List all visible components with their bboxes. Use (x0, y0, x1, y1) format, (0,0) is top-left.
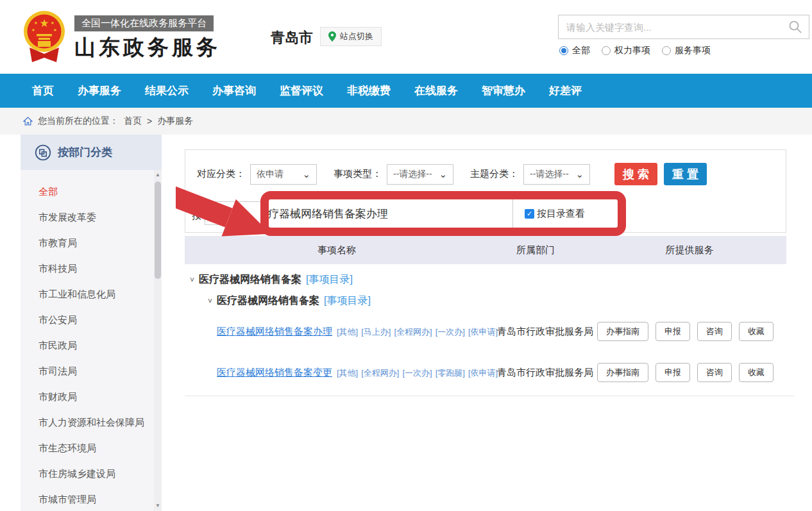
department-name: 青岛市行政审批服务局 (497, 326, 597, 338)
service-tag: [全程网办] (361, 367, 399, 379)
sidebar-header: 按部门分类 (21, 135, 162, 170)
sidebar-item[interactable]: 市住房城乡建设局 (38, 461, 162, 487)
tree-label: 医疗器械网络销售备案 (199, 273, 301, 287)
radio-label: 服务事项 (675, 45, 711, 56)
scroll-down-icon[interactable]: ▼ (154, 502, 162, 510)
nav-item[interactable]: 结果公示 (145, 83, 189, 98)
sidebar-item[interactable]: 市财政局 (38, 384, 162, 410)
service-tag: [其他] (337, 326, 358, 338)
action-button[interactable]: 咨询 (697, 363, 732, 382)
nav-item[interactable]: 智审慧办 (482, 83, 525, 98)
chevron-down-icon: ⌄ (302, 172, 310, 177)
sidebar-item[interactable]: 市民政局 (38, 333, 162, 358)
service-tag: [零跑腿] (436, 367, 465, 379)
scroll-up-icon[interactable]: ▲ (154, 171, 162, 179)
service-tag: [其他] (337, 367, 358, 379)
service-name-cell: 医疗器械网络销售备案办理 [其他][马上办][全程网办][一次办][依申请] (217, 326, 497, 338)
service-row: 医疗器械网络销售备案办理 [其他][马上办][全程网办][一次办][依申请] 青… (185, 322, 794, 341)
action-button[interactable]: 办事指南 (597, 322, 648, 341)
tree-row[interactable]: ˅ 医疗器械网络销售备案 [事项目录] (190, 273, 794, 287)
checkbox-checked-icon[interactable]: ✓ (525, 209, 534, 219)
scrollbar-thumb[interactable] (155, 181, 161, 279)
sidebar-item[interactable]: 市发展改革委 (38, 205, 162, 230)
sidebar-item[interactable]: 市生态环境局 (38, 435, 162, 461)
catalog-view-checkbox[interactable]: ✓ 按目录查看 (513, 208, 585, 220)
nav-item[interactable]: 非税缴费 (347, 83, 391, 98)
nav-item[interactable]: 好差评 (549, 83, 582, 98)
sidebar-item[interactable]: 市人力资源和社会保障局 (38, 410, 162, 435)
sidebar-item[interactable]: 市城市管理局 (38, 487, 162, 511)
sidebar-item[interactable]: 市科技局 (38, 256, 162, 281)
search-scope-radios: 全部 权力事项 服务事项 (559, 45, 711, 56)
svg-text:★: ★ (31, 28, 35, 32)
search-scope-radio[interactable]: 全部 (559, 45, 590, 56)
sidebar-item[interactable]: 市工业和信息化局 (38, 281, 162, 307)
radio-icon (602, 46, 611, 55)
service-tag: [全程网办] (394, 326, 432, 338)
department-sidebar: 按部门分类 全部 市发展改革委 市教育局 市科技局 市工业和信息化局 市公安局 … (21, 135, 162, 511)
select-value: 依申请 (257, 169, 283, 180)
nav-item[interactable]: 首页 (32, 83, 54, 98)
radio-label: 全部 (572, 45, 590, 56)
nav-item[interactable]: 办事咨询 (212, 83, 256, 98)
action-button[interactable]: 申报 (656, 322, 690, 341)
nav-item[interactable]: 办事服务 (78, 83, 121, 98)
action-button[interactable]: 咨询 (697, 322, 732, 341)
filter-group: 主题分类： --请选择-- ⌄ (470, 164, 590, 185)
service-link[interactable]: 医疗器械网络销售备案办理 (217, 326, 332, 338)
department-name: 青岛市行政审批服务局 (497, 367, 597, 379)
sidebar-item[interactable]: 市教育局 (38, 230, 162, 256)
svg-text:★: ★ (39, 17, 49, 29)
nav-item[interactable]: 在线服务 (414, 83, 458, 98)
search-button[interactable]: 搜 索 (614, 163, 657, 185)
catalog-tag[interactable]: [事项目录] (324, 294, 371, 308)
sidebar-scrollbar[interactable]: ▲ ▼ (154, 170, 162, 511)
search-scope-radio[interactable]: 服务事项 (662, 45, 711, 56)
filter-select[interactable]: 依申请 ⌄ (250, 164, 317, 185)
action-button[interactable]: 收藏 (739, 322, 774, 341)
sidebar-item[interactable]: 市公安局 (38, 307, 162, 333)
svg-text:★: ★ (51, 21, 55, 25)
filter-label: 主题分类： (470, 168, 518, 180)
filter-row: 对应分类： 依申请 ⌄ 事项类型： --请选择-- ⌄ (197, 163, 707, 185)
search-scope-radio[interactable]: 权力事项 (602, 45, 650, 56)
service-tag: [依申请] (468, 326, 498, 338)
action-button[interactable]: 申报 (656, 363, 690, 382)
chevron-down-icon[interactable]: ˅ (190, 276, 194, 285)
tree-label: 医疗器械网络销售备案 (217, 294, 319, 308)
filter-label: 对应分类： (197, 168, 245, 180)
service-row: 医疗器械网络销售备案变更 [其他][全程网办][一次办][零跑腿][依申请] 青… (185, 363, 794, 382)
sidebar-item[interactable]: 市司法局 (38, 358, 162, 384)
city-name: 青岛市 (271, 28, 313, 47)
search-icon[interactable] (788, 20, 802, 34)
item-name-input-highlighted[interactable]: 医疗器械网络销售备案办理 (269, 199, 513, 228)
sidebar-title: 按部门分类 (58, 145, 112, 160)
item-name-value: 医疗器械网络销售备案办理 (269, 206, 388, 221)
brand-block: 全国一体化在线政务服务平台 山东政务服务 (74, 15, 221, 62)
filter-select[interactable]: --请选择-- ⌄ (387, 164, 453, 185)
reset-button[interactable]: 重 置 (664, 163, 707, 185)
tree-row[interactable]: ˅ 医疗器械网络销售备案 [事项目录] (208, 294, 794, 308)
sidebar-item[interactable]: 全部 (38, 179, 162, 205)
nav-item[interactable]: 监督评议 (280, 83, 323, 98)
keyword-search-input[interactable] (559, 22, 788, 33)
filter-group: 对应分类： 依申请 ⌄ (197, 164, 317, 185)
action-button[interactable]: 办事指南 (597, 363, 648, 382)
chevron-down-icon[interactable]: ˅ (208, 297, 212, 306)
department-category-icon (35, 144, 51, 161)
home-icon (23, 117, 33, 126)
catalog-tag[interactable]: [事项目录] (306, 273, 353, 287)
action-button[interactable]: 收藏 (739, 363, 774, 382)
service-link[interactable]: 医疗器械网络销售备案变更 (217, 367, 332, 379)
breadcrumb-home[interactable]: 首页 (124, 115, 142, 127)
site-switch-button[interactable]: 站点切换 (320, 27, 382, 46)
page: ★ ★ ★ ★ ★ 全国一体化在线政务服务平台 山东政务服务 青岛市 站点切换 (0, 0, 812, 511)
results-divider (185, 396, 794, 396)
national-emblem-logo: ★ ★ ★ ★ ★ (23, 7, 65, 69)
filter-select[interactable]: --请选择-- ⌄ (523, 164, 590, 185)
chevron-down-icon: ⌄ (575, 172, 584, 177)
service-tag: [一次办] (402, 367, 432, 379)
svg-text:★: ★ (34, 21, 38, 25)
radio-icon (559, 46, 568, 55)
site-switch-label: 站点切换 (340, 31, 373, 42)
